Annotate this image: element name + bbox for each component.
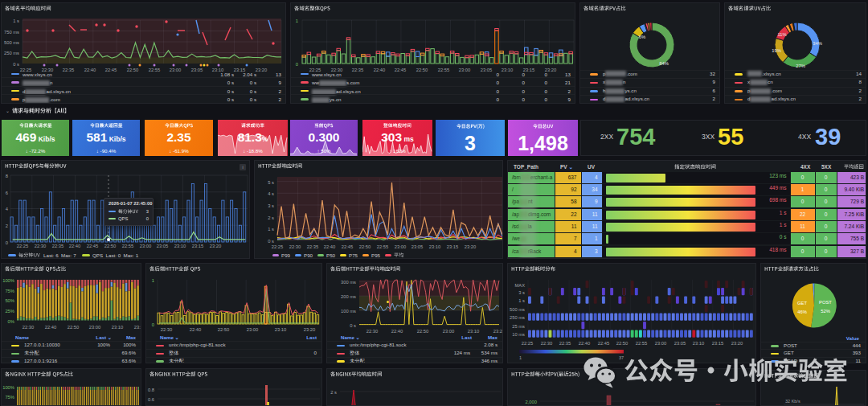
svg-text:0: 0: [152, 322, 154, 327]
svg-text:6%: 6%: [639, 35, 645, 39]
svg-text:22:40: 22:40: [69, 244, 81, 248]
svg-text:22:25: 22:25: [272, 244, 284, 249]
svg-text:23:10: 23:10: [112, 325, 124, 330]
svg-text:300 ms: 300 ms: [341, 280, 356, 285]
svg-text:23:00: 23:00: [395, 244, 407, 249]
svg-text:3 s: 3 s: [518, 290, 525, 295]
svg-text:11%: 11%: [777, 32, 786, 37]
svg-text:23:05: 23:05: [157, 244, 169, 248]
svg-text:200 ms: 200 ms: [341, 294, 356, 299]
svg-text:34%: 34%: [813, 41, 822, 46]
svg-text:50%: 50%: [5, 298, 14, 303]
svg-text:23:00: 23:00: [443, 329, 455, 334]
svg-text:MAX: MAX: [514, 283, 525, 288]
svg-text:2: 2: [6, 224, 8, 228]
svg-text:3 s: 3 s: [268, 203, 274, 208]
svg-text:22:30: 22:30: [23, 325, 35, 330]
svg-text:22:30: 22:30: [35, 244, 47, 248]
svg-text:POST: POST: [819, 300, 832, 305]
svg-text:22:40: 22:40: [190, 327, 202, 332]
svg-text:23:20: 23:20: [493, 329, 503, 334]
svg-text:4 s: 4 s: [268, 191, 274, 196]
svg-text:1: 1: [152, 278, 154, 283]
svg-text:22:50: 22:50: [616, 341, 628, 346]
svg-text:23:20: 23:20: [731, 341, 743, 346]
svg-text:23:15: 23:15: [447, 244, 459, 249]
svg-text:23:10: 23:10: [275, 327, 287, 332]
svg-text:23:15: 23:15: [712, 341, 724, 346]
svg-text:0.6: 0.6: [148, 397, 154, 402]
svg-text:32 Kb/s: 32 Kb/s: [785, 399, 800, 404]
svg-text:23:15: 23:15: [192, 244, 204, 248]
svg-text:23:05: 23:05: [411, 244, 424, 249]
svg-text:5 s: 5 s: [268, 180, 274, 185]
svg-text:22:25: 22:25: [522, 341, 534, 346]
svg-text:22:35: 22:35: [559, 341, 571, 346]
svg-text:0 s: 0 s: [13, 62, 19, 67]
svg-text:22:40: 22:40: [391, 329, 403, 334]
svg-text:23:10: 23:10: [468, 329, 480, 334]
svg-text:22:35: 22:35: [52, 244, 64, 248]
svg-text:100%: 100%: [2, 278, 14, 283]
svg-text:0 s: 0 s: [350, 323, 356, 328]
svg-text:10 ms: 10 ms: [512, 332, 525, 337]
svg-text:22:50: 22:50: [359, 244, 371, 249]
svg-text:22:30: 22:30: [366, 329, 379, 334]
svg-text:22:30: 22:30: [541, 341, 553, 346]
svg-text:23:20: 23:20: [210, 244, 222, 248]
svg-text:22:35: 22:35: [307, 244, 319, 249]
svg-text:23:20: 23:20: [304, 327, 316, 332]
svg-text:46%: 46%: [797, 310, 807, 314]
svg-text:52%: 52%: [821, 309, 830, 314]
svg-text:23:00: 23:00: [247, 327, 259, 332]
svg-text:1: 1: [296, 18, 298, 23]
svg-text:1 s: 1 s: [13, 18, 19, 23]
svg-text:250 ms: 250 ms: [4, 51, 19, 55]
svg-text:22:45: 22:45: [342, 244, 354, 249]
svg-text:23:10: 23:10: [174, 244, 186, 248]
svg-text:75%: 75%: [5, 395, 14, 400]
svg-text:1 s: 1 s: [518, 298, 525, 303]
svg-text:0%: 0%: [8, 319, 14, 324]
svg-text:0.8: 0.8: [148, 388, 154, 392]
svg-text:22:50: 22:50: [417, 329, 429, 334]
svg-text:22:40: 22:40: [324, 244, 336, 249]
svg-text:8: 8: [6, 174, 8, 178]
svg-text:GET: GET: [797, 301, 807, 306]
svg-text:100 ms: 100 ms: [341, 309, 356, 314]
svg-text:22:30: 22:30: [289, 244, 301, 249]
svg-text:22:45: 22:45: [87, 244, 99, 248]
svg-text:2 s: 2 s: [330, 390, 337, 395]
svg-text:22:55: 22:55: [377, 244, 389, 249]
svg-text:23:05: 23:05: [674, 341, 686, 346]
svg-text:2,000: 2,000: [525, 400, 537, 404]
svg-text:0 s: 0 s: [268, 239, 274, 244]
svg-text:22:40: 22:40: [579, 341, 591, 346]
svg-text:250 ms: 250 ms: [510, 315, 525, 320]
svg-text:6: 6: [6, 191, 8, 195]
svg-text:23:00: 23:00: [140, 244, 152, 248]
svg-text:22:50: 22:50: [104, 244, 117, 248]
svg-text:22:25: 22:25: [17, 244, 29, 248]
svg-text:4: 4: [6, 207, 9, 211]
svg-text:19%: 19%: [772, 48, 781, 53]
svg-text:27%: 27%: [796, 64, 805, 68]
svg-text:84%: 84%: [659, 61, 669, 66]
svg-text:2 s: 2 s: [268, 215, 274, 220]
svg-text:50%: 50%: [5, 404, 14, 406]
svg-text:23:10: 23:10: [429, 244, 441, 249]
svg-text:22:40: 22:40: [45, 325, 57, 330]
svg-text:500 ms: 500 ms: [4, 40, 19, 45]
svg-text:75%: 75%: [5, 289, 14, 293]
svg-text:500 ms: 500 ms: [510, 307, 525, 312]
svg-text:25%: 25%: [5, 309, 14, 314]
svg-text:750 ms: 750 ms: [4, 30, 19, 35]
svg-text:22:55: 22:55: [122, 244, 134, 248]
svg-text:0: 0: [6, 240, 8, 245]
svg-text:23:00: 23:00: [655, 341, 667, 346]
svg-text:100%: 100%: [2, 385, 14, 390]
svg-text:22:50: 22:50: [218, 327, 230, 332]
svg-text:22:45: 22:45: [598, 341, 610, 346]
svg-text:1 s: 1 s: [268, 227, 274, 232]
svg-text:23:00: 23:00: [89, 325, 101, 330]
